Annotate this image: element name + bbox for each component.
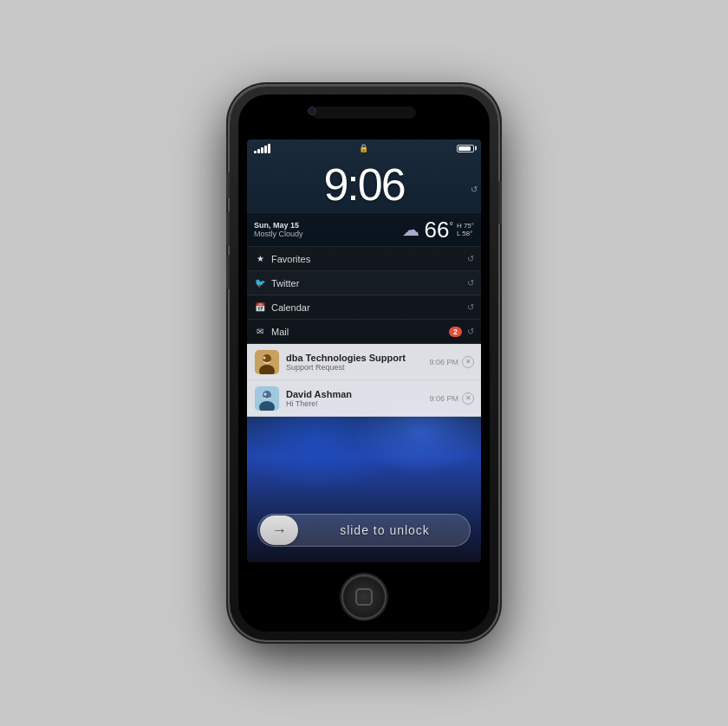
- calendar-icon: 📅: [254, 301, 266, 314]
- notif-favorites-label: Favorites: [271, 254, 467, 264]
- power-button[interactable]: [498, 181, 502, 224]
- mail-sender-1: David Ashman: [286, 389, 429, 399]
- mail-header[interactable]: ✉ Mail 2 ↺: [247, 320, 481, 344]
- status-bar: 🔒: [247, 139, 481, 157]
- mail-badge: 2: [449, 327, 462, 337]
- screen-bezel: 🔒 9:06 ↺ Sun, May 15 Mostly Cloudy ☁ 66: [238, 94, 490, 632]
- mail-subject-1: Hi There!: [286, 399, 429, 408]
- clock-time: 9:06: [247, 159, 481, 211]
- svg-point-7: [264, 392, 267, 395]
- weather-widget: Sun, May 15 Mostly Cloudy ☁ 66° H 75° L …: [247, 212, 481, 247]
- mail-time-1: 9:06 PM: [429, 394, 458, 403]
- mail-subject-0: Support Request: [286, 363, 429, 372]
- clock-refresh-icon: ↺: [471, 185, 478, 194]
- signal-bar-1: [254, 151, 257, 153]
- mail-section: ✉ Mail 2 ↺: [247, 320, 481, 417]
- unlock-handle[interactable]: →: [260, 515, 298, 545]
- notif-calendar-label: Calendar: [271, 302, 467, 313]
- weather-condition: Mostly Cloudy: [254, 230, 397, 238]
- mail-time-0: 9:06 PM: [429, 358, 458, 366]
- svg-point-3: [263, 356, 266, 359]
- notif-twitter[interactable]: 🐦 Twitter ↺: [247, 271, 481, 295]
- lock-icon: 🔒: [359, 144, 368, 152]
- mail-row-1[interactable]: David Ashman Hi There! 9:06 PM ✕: [247, 380, 481, 417]
- favorites-icon: ★: [254, 253, 266, 265]
- home-button-square: [355, 588, 373, 606]
- battery-icon: [457, 145, 474, 152]
- weather-high: H 75°: [457, 222, 474, 230]
- unlock-text: slide to unlock: [300, 523, 470, 537]
- mail-close-0[interactable]: ✕: [462, 356, 474, 368]
- mail-row-0[interactable]: dba Technologies Support Support Request…: [247, 344, 481, 380]
- signal-bars: [254, 144, 270, 153]
- notif-calendar-refresh: ↺: [467, 302, 474, 312]
- mail-time-area-0: 9:06 PM ✕: [429, 356, 474, 368]
- unlock-bar[interactable]: → slide to unlock: [257, 514, 471, 547]
- notif-twitter-refresh: ↺: [467, 278, 474, 288]
- signal-bar-3: [261, 147, 263, 153]
- mail-content-0: dba Technologies Support Support Request: [286, 353, 429, 372]
- notif-calendar[interactable]: 📅 Calendar ↺: [247, 295, 481, 320]
- speaker-area: [312, 107, 416, 119]
- weather-temperature: 66°: [425, 217, 453, 243]
- volume-down-button[interactable]: [226, 255, 230, 289]
- mail-refresh-icon: ↺: [467, 327, 474, 336]
- mail-envelope-icon: ✉: [254, 326, 266, 338]
- weather-low: L 58°: [457, 230, 474, 237]
- unlock-arrow-icon: →: [271, 522, 287, 540]
- signal-bar-5: [268, 144, 270, 153]
- volume-up-button[interactable]: [226, 211, 230, 246]
- mail-avatar-1: [254, 386, 280, 412]
- signal-bar-4: [264, 146, 267, 153]
- mail-content-1: David Ashman Hi There!: [286, 389, 429, 408]
- mail-avatar-0: [254, 349, 280, 375]
- mail-time-area-1: 9:06 PM ✕: [429, 392, 474, 405]
- mail-sender-0: dba Technologies Support: [286, 353, 429, 363]
- battery-indicator: [457, 145, 474, 152]
- notif-favorites[interactable]: ★ Favorites ↺: [247, 247, 481, 271]
- front-camera: [308, 107, 316, 115]
- weather-info: Sun, May 15 Mostly Cloudy: [254, 221, 397, 238]
- weather-cloud-icon: ☁: [402, 219, 419, 240]
- twitter-icon: 🐦: [254, 277, 266, 289]
- temp-value: 66: [425, 217, 450, 243]
- weather-high-low: H 75° L 58°: [457, 222, 474, 237]
- notif-twitter-label: Twitter: [271, 278, 467, 288]
- signal-bar-2: [257, 149, 260, 153]
- notif-favorites-refresh: ↺: [467, 254, 474, 263]
- phone-device: 🔒 9:06 ↺ Sun, May 15 Mostly Cloudy ☁ 66: [230, 86, 498, 640]
- mail-close-1[interactable]: ✕: [462, 392, 474, 405]
- home-button[interactable]: [341, 574, 387, 619]
- degree-symbol: °: [449, 220, 452, 230]
- weather-date: Sun, May 15: [254, 221, 397, 230]
- lock-screen: 🔒 9:06 ↺ Sun, May 15 Mostly Cloudy ☁ 66: [247, 139, 481, 562]
- notifications-list: ★ Favorites ↺ 🐦 Twitter ↺ 📅 Calendar ↺: [247, 247, 481, 320]
- mail-header-label: Mail: [271, 327, 449, 337]
